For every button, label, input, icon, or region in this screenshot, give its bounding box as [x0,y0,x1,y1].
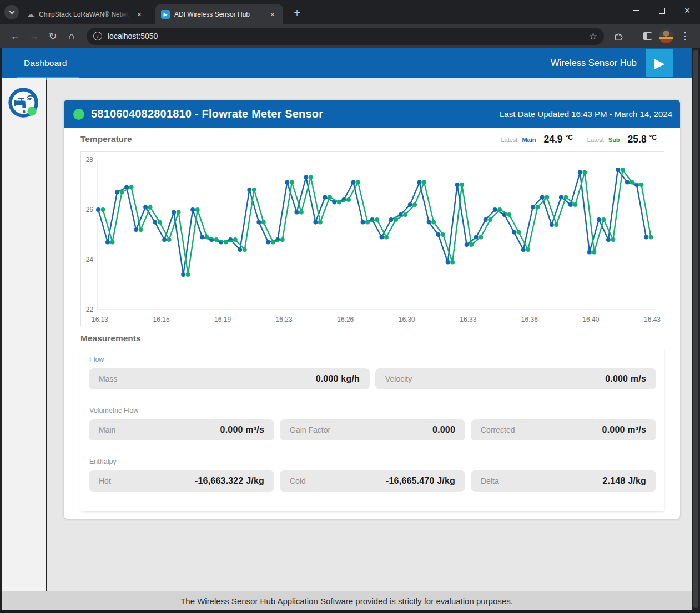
sensor-card-header: 5810604082801810 - Flowrate Meter Sensor… [64,100,680,128]
close-icon: × [684,5,691,17]
temperature-heading: Temperature [80,134,132,144]
field-value: -16,665.470 J/kg [386,476,455,486]
browser-tab-chirpstack[interactable]: ☁ ChirpStack LoRaWAN® Networ × [21,4,150,24]
footer-disclaimer: The Wireless Sensor Hub Application Soft… [2,591,692,610]
svg-text:16:33: 16:33 [460,316,476,323]
url-text[interactable]: localhost:5050 [108,32,589,40]
svg-text:24: 24 [86,256,94,264]
new-tab-button[interactable]: + [290,6,304,20]
latest-sub-name: Sub [608,136,620,143]
latest-label: Latest [587,136,604,143]
tab-title: ChirpStack LoRaWAN® Networ [39,11,130,18]
measure-group-enthalpy: Enthalpy Hot -16,663.322 J/kg Cold -16,6… [80,450,664,501]
svg-text:16:30: 16:30 [399,316,415,323]
tab-search-button[interactable] [4,5,19,19]
svg-text:22: 22 [86,306,94,313]
field-label: Velocity [385,374,412,383]
group-label: Enthalpy [89,458,656,465]
back-button[interactable]: ← [7,28,23,44]
browser-tab-sensor-hub[interactable]: ▶ ADI Wireless Sensor Hub × [155,4,283,24]
page-scrollbar[interactable] [692,48,700,610]
close-window-button[interactable]: × [674,0,700,21]
minimize-icon [633,10,639,11]
status-dot-online [73,109,84,120]
window-controls: × [623,0,700,21]
svg-text:16:15: 16:15 [153,316,170,323]
field-label: Gain Factor [290,425,330,434]
svg-text:26: 26 [86,206,94,214]
latest-sub-value: 25.8 °C [628,134,657,145]
field-value: 0.000 m³/s [220,425,264,435]
browser-menu-button[interactable]: ⋮ [677,28,693,44]
bookmark-star-icon[interactable]: ☆ [589,31,597,42]
minimize-button[interactable] [623,0,649,21]
close-tab-icon[interactable]: × [134,9,144,19]
browser-toolbar: ← → ↻ ⌂ i localhost:5050 ☆ ⋮ [0,24,700,48]
svg-text:16:19: 16:19 [214,316,231,323]
unit-celsius: °C [649,134,657,141]
app-title: Wireless Sensor Hub [551,58,637,68]
field-value: 0.000 kg/h [316,374,360,384]
field-value: 0.000 m/s [605,374,646,384]
last-updated-text: Last Date Updated 16:43 PM - March 14, 2… [500,109,672,119]
field-value: 0.000 m³/s [602,425,646,435]
field-label: Mass [99,374,117,383]
tab-title: ADI Wireless Sensor Hub [174,11,263,18]
field-value: 2.148 J/kg [603,476,647,486]
temperature-chart-container: 2826242216:1316:1516:1916:2316:2616:3016… [80,151,664,326]
sensor-card: 5810604082801810 - Flowrate Meter Sensor… [64,100,680,519]
field-cold: Cold -16,665.470 J/kg [280,470,465,492]
reload-button[interactable]: ↻ [44,28,61,44]
sidebar-item-flowrate-sensor[interactable] [8,87,40,119]
maximize-icon [659,8,665,14]
scrollbar-thumb[interactable] [693,50,698,608]
profile-button[interactable] [658,28,674,44]
home-button[interactable]: ⌂ [63,28,80,44]
field-value: -16,663.322 J/kg [195,476,264,486]
field-corrected: Corrected 0.000 m³/s [471,419,656,440]
latest-label: Latest [501,136,517,143]
field-value: 0.000 [432,425,455,435]
side-panel-button[interactable] [639,28,656,44]
site-info-icon[interactable]: i [93,32,102,40]
measure-group-volumetric-flow: Volumetric Flow Main 0.000 m³/s Gain Fac… [80,399,664,450]
faucet-sensor-icon [8,87,40,119]
nav-tab-dashboard[interactable]: Dashboard [24,48,67,78]
sidebar [2,78,46,591]
latest-main-value: 24.9 °C [543,134,572,145]
measurements-heading: Measurements [80,333,141,343]
side-panel-icon [643,32,652,40]
latest-main-name: Main [522,136,536,143]
unit-celsius: °C [565,134,572,141]
group-label: Volumetric Flow [89,407,656,414]
nav-tab-label: Dashboard [24,58,67,68]
maximize-button[interactable] [649,0,674,21]
toolbar-divider [633,31,633,41]
field-main: Main 0.000 m³/s [89,419,274,440]
chevron-down-icon [9,9,14,14]
svg-text:16:23: 16:23 [276,316,293,323]
measurements-card: Flow Mass 0.000 kg/h Velocity 0.000 m/s … [80,348,664,511]
svg-text:16:43: 16:43 [644,316,661,323]
cloud-icon: ☁ [27,10,34,19]
avatar [659,29,673,43]
adi-logo: ▶ [646,49,673,77]
sensor-title: 5810604082801810 - Flowrate Meter Sensor [91,108,500,120]
group-label: Flow [89,356,656,363]
puzzle-icon [614,31,624,41]
forward-button[interactable]: → [26,28,42,44]
browser-tab-strip: ☁ ChirpStack LoRaWAN® Networ × ▶ ADI Wir… [0,0,700,24]
latest-readings: Latest Main 24.9 °C Latest Sub 25.8 °C [501,134,657,145]
close-tab-icon[interactable]: × [268,9,278,19]
svg-text:16:40: 16:40 [582,316,599,323]
window-bottom-edge [0,610,700,613]
svg-text:16:36: 16:36 [521,316,538,323]
field-mass: Mass 0.000 kg/h [89,368,370,389]
field-label: Main [99,425,115,434]
main-content: 5810604082801810 - Flowrate Meter Sensor… [47,78,692,591]
field-gain-factor: Gain Factor 0.000 [280,419,465,440]
field-delta: Delta 2.148 J/kg [471,470,656,492]
address-bar[interactable]: i localhost:5050 ☆ [87,28,604,45]
field-label: Cold [290,477,306,485]
extensions-button[interactable] [611,28,627,44]
